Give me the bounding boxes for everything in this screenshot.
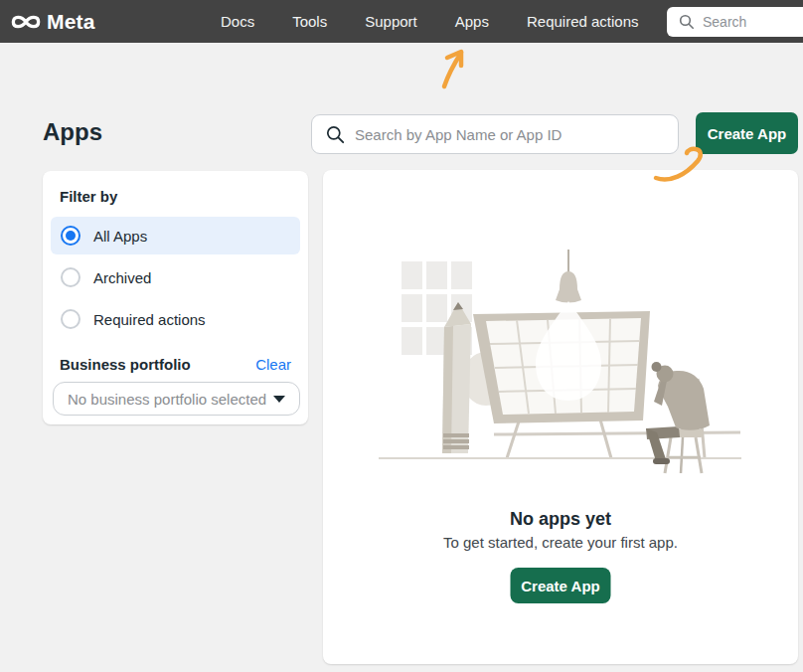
radio-selected-icon[interactable] bbox=[61, 226, 80, 246]
radio-unselected-icon[interactable] bbox=[61, 309, 80, 329]
nav-item-support[interactable]: Support bbox=[365, 13, 417, 30]
nav-item-apps[interactable]: Apps bbox=[455, 13, 489, 30]
radio-unselected-icon[interactable] bbox=[61, 267, 80, 287]
search-icon bbox=[326, 125, 345, 144]
empty-state-illustration bbox=[377, 250, 744, 476]
app-search-box[interactable] bbox=[311, 114, 679, 154]
brand-name: Meta bbox=[47, 10, 95, 34]
business-portfolio-header: Business portfolio Clear bbox=[60, 356, 291, 373]
apps-list-card: No apps yet To get started, create your … bbox=[323, 170, 798, 664]
nav-item-docs[interactable]: Docs bbox=[221, 13, 254, 30]
meta-infinity-icon bbox=[11, 12, 41, 32]
filter-panel: Filter by All Apps Archived Required act… bbox=[43, 171, 308, 424]
empty-state-title: No apps yet bbox=[323, 509, 798, 530]
nav-item-tools[interactable]: Tools bbox=[292, 13, 327, 30]
page-title: Apps bbox=[43, 118, 102, 146]
create-app-button[interactable]: Create App bbox=[696, 112, 798, 154]
empty-state-subtitle: To get started, create your first app. bbox=[323, 534, 798, 551]
nav-item-required-actions[interactable]: Required actions bbox=[527, 13, 639, 30]
business-portfolio-dropdown[interactable]: No business portfolio selected bbox=[53, 382, 300, 416]
filter-option-label: Required actions bbox=[93, 311, 206, 328]
nav-menu: Docs Tools Support Apps Required actions bbox=[221, 0, 639, 43]
filter-option-all-apps[interactable]: All Apps bbox=[51, 217, 300, 254]
annotation-arrow-to-apps-nav bbox=[435, 44, 480, 89]
app-search-input[interactable] bbox=[355, 126, 664, 143]
create-app-button-empty-state[interactable]: Create App bbox=[511, 568, 611, 603]
filter-panel-title: Filter by bbox=[60, 188, 117, 205]
filter-option-label: Archived bbox=[93, 269, 151, 286]
meta-logo[interactable]: Meta bbox=[11, 0, 95, 43]
clear-portfolio-link[interactable]: Clear bbox=[255, 356, 291, 373]
nav-search-box[interactable] bbox=[667, 7, 803, 37]
filter-option-label: All Apps bbox=[93, 228, 147, 245]
search-icon bbox=[679, 14, 695, 30]
meta-developers-apps-page: Meta Docs Tools Support Apps Required ac… bbox=[0, 0, 803, 672]
filter-option-archived[interactable]: Archived bbox=[51, 258, 300, 296]
filter-option-required-actions[interactable]: Required actions bbox=[51, 300, 300, 338]
portfolio-dropdown-value: No business portfolio selected bbox=[68, 391, 266, 408]
business-portfolio-label: Business portfolio bbox=[60, 356, 191, 373]
top-navbar: Meta Docs Tools Support Apps Required ac… bbox=[0, 0, 803, 43]
caret-down-icon bbox=[273, 396, 285, 403]
nav-search-input[interactable] bbox=[703, 14, 787, 30]
